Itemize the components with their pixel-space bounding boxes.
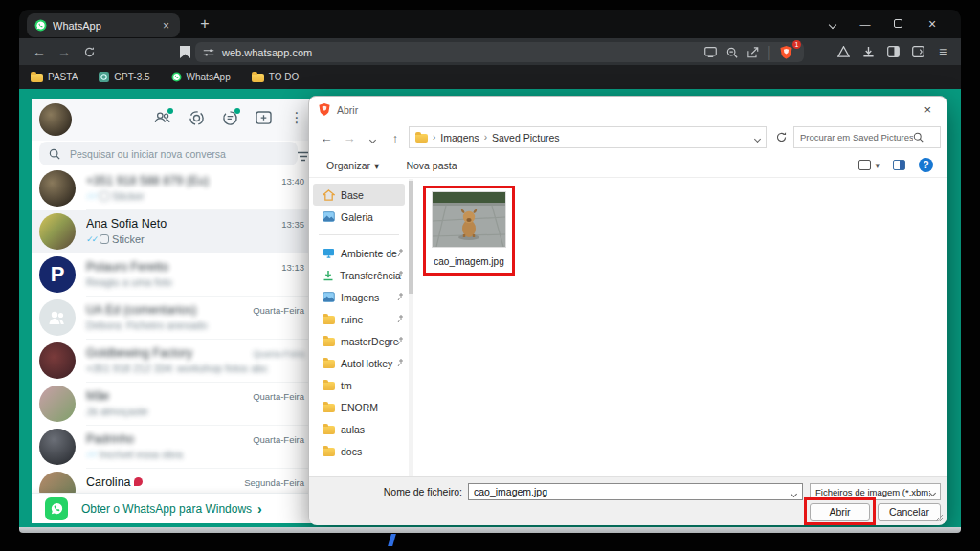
tab-whatsapp[interactable]: WhatsApp × — [27, 13, 180, 37]
chat-preview: Reagiu a uma foto — [86, 276, 172, 288]
chat-row[interactable]: Ana Sofia Neto 13:35 ✓✓Sticker — [32, 210, 316, 253]
search-input[interactable] — [70, 148, 280, 160]
chat-time: Quarta-Feira — [253, 348, 304, 359]
caret-down-icon: ▾ — [875, 161, 880, 170]
avatar: P — [39, 256, 76, 293]
new-folder-button[interactable]: Nova pasta — [406, 160, 457, 171]
breadcrumb-bar[interactable]: › Imagens › Saved Pictures — [409, 126, 767, 148]
dialog-search-box[interactable] — [793, 126, 941, 148]
minimize-button[interactable]: — — [850, 10, 880, 38]
tree-item-transferencia[interactable]: Transferência — [309, 264, 409, 286]
chat-preview: Debora: Ficheiro anexado — [86, 320, 208, 331]
bookmark-whatsapp[interactable]: WhatsApp — [171, 72, 231, 82]
reload-icon — [83, 46, 96, 58]
view-mode-button[interactable]: ▾ — [858, 160, 880, 170]
filename-input[interactable] — [469, 486, 786, 497]
tree-item-tm[interactable]: tm — [309, 374, 409, 396]
breadcrumb-dropdown-icon[interactable] — [755, 132, 760, 143]
share-icon[interactable] — [743, 44, 764, 61]
site-settings-icon[interactable] — [203, 47, 214, 58]
resize-grip[interactable] — [935, 514, 944, 522]
tab-close-icon[interactable]: × — [160, 19, 172, 33]
whatsapp-sidebar: ⋮ +351 918 588 879 (Eu) 13:40 ✓✓S — [32, 99, 316, 523]
search-icon — [913, 132, 924, 143]
tree-item-galeria[interactable]: Galeria — [309, 206, 409, 228]
dialog-toolbar: Organizar▾ Nova pasta ▾ ? — [309, 153, 947, 178]
sticker-icon — [100, 234, 109, 244]
tree-item-masterdegre[interactable]: masterDegre — [309, 330, 409, 352]
nav-recent-icon[interactable] — [361, 131, 384, 145]
bookmark-todo[interactable]: TO DO — [252, 72, 299, 82]
address-bar[interactable]: web.whatsapp.com | 1 — [195, 42, 804, 62]
preview-pane-icon[interactable] — [893, 160, 905, 170]
tab-title: WhatsApp — [53, 20, 160, 32]
split-view-icon[interactable] — [905, 40, 930, 63]
tree-item-imagens[interactable]: Imagens — [309, 286, 409, 308]
bookmark-pasta[interactable]: PASTA — [31, 72, 78, 82]
bookmark-icon[interactable] — [172, 40, 197, 63]
chevron-right-icon: › — [257, 501, 262, 517]
menu-kebab-icon[interactable]: ⋮ — [287, 108, 306, 127]
gallery-icon — [323, 211, 335, 222]
chat-row[interactable]: +351 918 588 879 (Eu) 13:40 ✓✓Sticker — [32, 167, 316, 210]
downloads-icon[interactable] — [856, 40, 880, 63]
dialog-close-icon[interactable]: × — [918, 100, 937, 119]
nav-up-icon[interactable]: ↑ — [384, 131, 407, 145]
zoom-icon[interactable] — [722, 44, 743, 61]
tree-item-enorm[interactable]: ENORM — [309, 396, 409, 418]
nav-back-icon[interactable]: ← — [315, 131, 338, 145]
avatar — [39, 299, 76, 336]
tree-scrollbar[interactable] — [409, 179, 413, 476]
chat-row[interactable]: Padrinho Quarta-Feira ✓✓Incrível essa ob… — [32, 426, 316, 469]
reload-button[interactable] — [77, 40, 101, 63]
organize-button[interactable]: Organizar▾ — [326, 160, 379, 171]
nav-forward-icon[interactable]: → — [338, 131, 361, 145]
help-icon[interactable]: ? — [919, 158, 933, 172]
filename-combobox[interactable] — [468, 483, 803, 500]
chat-row[interactable]: UA Ed (comentarios) Quarta-Feira Debora:… — [32, 297, 316, 340]
pin-icon — [397, 315, 405, 322]
chat-search[interactable] — [39, 142, 298, 165]
chat-row[interactable]: P Polauro Feretto 13:13 Reagiu a uma fot… — [32, 253, 316, 297]
dialog-search-input[interactable] — [800, 132, 913, 143]
tree-item-ruine[interactable]: ruine — [309, 308, 409, 330]
new-chat-icon[interactable] — [254, 108, 273, 127]
pin-icon — [397, 359, 405, 366]
menu-icon[interactable]: ≡ — [930, 40, 955, 63]
bookmark-gpt[interactable]: GPT-3.5 — [99, 72, 149, 82]
tree-item-ambiente[interactable]: Ambiente de — [309, 242, 409, 264]
status-icon[interactable] — [187, 108, 206, 127]
profile-avatar[interactable] — [39, 103, 72, 136]
close-button[interactable]: × — [917, 10, 947, 38]
dialog-titlebar[interactable]: Abrir × — [309, 97, 947, 122]
chat-row[interactable]: Mãe Quarta-Feira Já almoçaste — [32, 383, 316, 426]
chat-name: Mãe — [86, 389, 109, 403]
breadcrumb-saved-pictures[interactable]: Saved Pictures — [492, 132, 560, 143]
download-app-banner[interactable]: Obter o WhatsApp para Windows › — [32, 493, 316, 523]
cancel-button[interactable]: Cancelar — [878, 503, 941, 521]
new-tab-button[interactable]: + — [194, 12, 215, 35]
tree-item-aulas[interactable]: aulas — [309, 418, 409, 440]
chat-row[interactable]: Goldbewing Factory Quarta-Feira +351 918… — [32, 340, 316, 383]
tree-item-base[interactable]: Base — [313, 184, 405, 206]
chat-row[interactable]: Carolina Segunda-Feira — [32, 469, 316, 493]
forward-button[interactable]: → — [52, 40, 77, 63]
back-button[interactable]: ← — [27, 40, 52, 63]
dropdown-icon[interactable] — [786, 483, 802, 500]
chat-name: Goldbewing Factory — [86, 346, 192, 360]
sidebar-panel-icon[interactable] — [880, 40, 905, 63]
refresh-icon[interactable] — [775, 130, 788, 147]
tree-item-docs[interactable]: docs — [309, 440, 409, 462]
annotation-box-open-button — [804, 497, 876, 525]
tree-item-autohotkey[interactable]: AutoHotkey — [309, 352, 409, 374]
reading-mode-icon[interactable] — [701, 44, 722, 61]
channels-icon[interactable] — [220, 108, 239, 127]
communities-icon[interactable] — [153, 108, 172, 127]
breadcrumb-imagens[interactable]: Imagens — [440, 132, 479, 143]
brave-rewards-icon[interactable] — [831, 40, 856, 63]
brave-shield-icon[interactable]: 1 — [775, 44, 796, 61]
maximize-button[interactable] — [882, 10, 913, 38]
tab-search-icon[interactable] — [817, 10, 848, 38]
dialog-title: Abrir — [337, 104, 358, 116]
avatar — [39, 342, 76, 379]
